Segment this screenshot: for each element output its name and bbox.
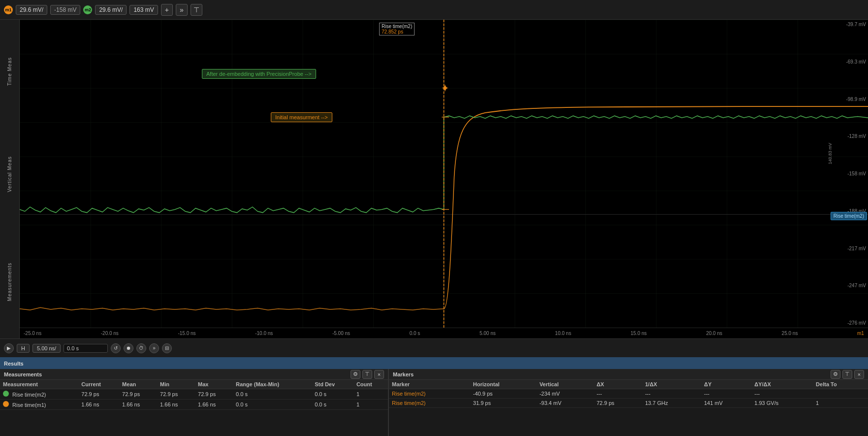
mrow2-invdx: 13.7 GHz <box>642 399 701 408</box>
time-label-0: -25.0 ns <box>24 331 41 336</box>
h-label: H <box>17 344 30 353</box>
mrow1-dx: --- <box>594 389 643 399</box>
time-label-row: -25.0 ns -20.0 ns -15.0 ns -10.0 ns -5.0… <box>22 331 866 336</box>
time-axis: -25.0 ns -20.0 ns -15.0 ns -10.0 ns -5.0… <box>20 328 868 338</box>
results-header: Results <box>0 358 868 369</box>
mcol-marker: Marker <box>389 380 470 389</box>
results-title: Results <box>4 361 24 367</box>
mrow2-name: Rise time(m2) <box>389 399 470 408</box>
time-label-8: 15.0 ns <box>631 331 647 336</box>
meas-table: Measurement Current Mean Min Max Range (… <box>0 380 388 436</box>
col-max: Max <box>195 380 233 389</box>
time-label-2: -15.0 ns <box>178 331 195 336</box>
meas-row1-stddev: 0.0 s <box>312 389 354 400</box>
reset-button[interactable]: ↺ <box>111 343 121 353</box>
toolbar: m1 29.6 mV/ -158 mV m2 29.6 mV/ 163 mV +… <box>0 0 868 20</box>
markers-pin-button[interactable]: ⊤ <box>842 370 852 379</box>
time-label-m1: m1 <box>857 331 864 336</box>
time-label-10: 25.0 ns <box>782 331 798 336</box>
time-per-div[interactable]: 5.00 ns/ <box>32 344 61 353</box>
results-panel: Results Measurements ⚙ ⊤ × <box>0 357 868 436</box>
ch1-volt1[interactable]: 29.6 mV/ <box>16 5 47 15</box>
forward2-button[interactable]: » <box>149 343 159 353</box>
mcol-dy: ΔY <box>701 380 751 389</box>
mrow1-h: -40.9 ps <box>470 389 537 399</box>
ch1-volt2[interactable]: -158 mV <box>50 5 80 15</box>
run-button[interactable]: ▶ <box>4 343 14 353</box>
col-min: Min <box>157 380 195 389</box>
ch2-badge[interactable]: m2 <box>83 5 92 14</box>
meas-row2-mean: 1.66 ns <box>119 400 157 410</box>
meas-pin-button[interactable]: ⊤ <box>362 370 372 379</box>
mrow2-h: 31.9 ps <box>470 399 537 408</box>
time-label-5: 0.0 s <box>410 331 420 336</box>
scope-area: Time Meas Vertical Meas Measurements <box>0 20 868 338</box>
marker-row-1[interactable]: Rise time(m2) -40.9 ps -234 mV --- --- -… <box>389 389 868 399</box>
markers-pane: Markers ⚙ ⊤ × Marker Horizontal Verti <box>389 369 868 436</box>
mrow1-dy: --- <box>701 389 751 399</box>
mrow2-deltato: 1 <box>813 399 868 408</box>
record-button[interactable]: ⏺ <box>124 343 133 353</box>
forward-button[interactable]: » <box>176 4 188 16</box>
time-label-7: 10.0 ns <box>555 331 571 336</box>
results-body: Measurements ⚙ ⊤ × Measurement Current <box>0 369 868 436</box>
meas-row1-current: 72.9 ps <box>78 389 119 400</box>
mrow1-deltato <box>813 389 868 399</box>
waveform-display[interactable]: ✦ Rise time(m2) 72.852 ps After de-embed… <box>20 20 868 328</box>
ch2-dot <box>3 391 9 397</box>
time-offset-input[interactable] <box>64 344 108 353</box>
pin-button[interactable]: ⊤ <box>191 4 202 16</box>
markers-data-table: Marker Horizontal Vertical ΔX 1/ΔX ΔY ΔY… <box>389 380 868 436</box>
markers-title: Markers <box>393 371 414 377</box>
ch1-badge[interactable]: m1 <box>4 5 13 14</box>
ch2-volt1[interactable]: 29.6 mV/ <box>95 5 127 15</box>
meas-close-button[interactable]: × <box>374 370 384 379</box>
mrow2-v: -93.4 mV <box>537 399 594 408</box>
waveform-svg: ✦ <box>20 20 868 328</box>
add-channel-button[interactable]: + <box>161 4 173 16</box>
col-range: Range (Max-Min) <box>233 380 312 389</box>
markers-close-button[interactable]: × <box>854 370 864 379</box>
meas-gear-button[interactable]: ⚙ <box>351 370 360 379</box>
mrow1-name: Rise time(m2) <box>389 389 470 399</box>
bottom-toolbar: ▶ H 5.00 ns/ ↺ ⏺ ⏱ » ⊟ <box>0 338 868 357</box>
measurements-title: Measurements <box>4 371 42 377</box>
time-label-4: -5.00 ns <box>332 331 350 336</box>
measurements-header: Measurements ⚙ ⊤ × <box>0 369 388 380</box>
meas-row1-mean: 72.9 ps <box>119 389 157 400</box>
col-current: Current <box>78 380 119 389</box>
mrow1-v: -234 mV <box>537 389 594 399</box>
mrow2-dy: 141 mV <box>701 399 751 408</box>
meas-row2-max: 1.66 ns <box>195 400 233 410</box>
time-label-6: 5.00 ns <box>480 331 496 336</box>
measurements-pane: Measurements ⚙ ⊤ × Measurement Current <box>0 369 389 436</box>
time-label-9: 20.0 ns <box>706 331 722 336</box>
markers-header: Markers ⚙ ⊤ × <box>389 369 868 380</box>
measurements-label: Measurements <box>7 263 12 301</box>
markers-table-el: Marker Horizontal Vertical ΔX 1/ΔX ΔY ΔY… <box>389 380 868 408</box>
clock-button[interactable]: ⏱ <box>136 343 146 353</box>
meas-row2-stddev: 0.0 s <box>312 400 354 410</box>
time-meas-label: Time Meas <box>7 57 12 86</box>
meas-row1-max: 72.9 ps <box>195 389 233 400</box>
meas-row-2[interactable]: Rise time(m1) 1.66 ns 1.66 ns 1.66 ns 1.… <box>0 400 388 410</box>
markers-tools: ⚙ ⊤ × <box>831 370 864 379</box>
mrow2-dx: 72.9 ps <box>594 399 643 408</box>
ch2-volt2[interactable]: 163 mV <box>129 5 158 15</box>
time-label-1: -20.0 ns <box>101 331 119 336</box>
snap-button[interactable]: ⊟ <box>162 343 172 353</box>
meas-data-table: Measurement Current Mean Min Max Range (… <box>0 380 388 410</box>
marker-row-2[interactable]: Rise time(m2) 31.9 ps -93.4 mV 72.9 ps 1… <box>389 399 868 408</box>
meas-row-1[interactable]: Rise time(m2) 72.9 ps 72.9 ps 72.9 ps 72… <box>0 389 388 400</box>
vertical-meas-label: Vertical Meas <box>7 156 12 192</box>
mrow1-invdx: --- <box>642 389 701 399</box>
markers-gear-button[interactable]: ⚙ <box>831 370 840 379</box>
col-count: Count <box>354 380 388 389</box>
mcol-invdx: 1/ΔX <box>642 380 701 389</box>
mcol-deltato: Delta To <box>813 380 868 389</box>
meas-row2-current: 1.66 ns <box>78 400 119 410</box>
meas-row1-min: 72.9 ps <box>157 389 195 400</box>
mcol-dydx: ΔY/ΔX <box>751 380 813 389</box>
time-label-3: -10.0 ns <box>255 331 273 336</box>
col-mean: Mean <box>119 380 157 389</box>
